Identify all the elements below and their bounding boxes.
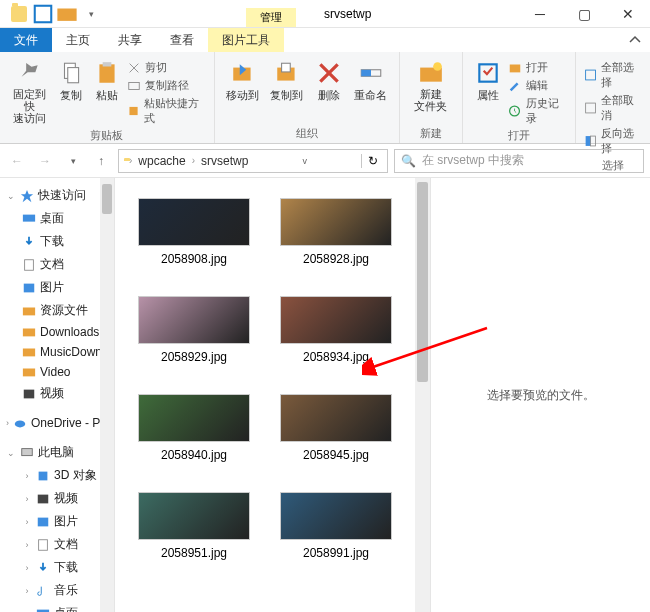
breadcrumb-item[interactable]: wpcache <box>138 154 185 168</box>
nav-music-downloads[interactable]: MusicDownloads <box>0 342 114 362</box>
back-button[interactable]: ← <box>6 150 28 172</box>
file-item[interactable]: 2058945.jpg <box>271 394 401 462</box>
nav-pictures2[interactable]: ›图片 <box>0 510 114 533</box>
paste-button[interactable]: 粘贴 <box>91 56 123 103</box>
up-button[interactable]: ↑ <box>90 150 112 172</box>
collapse-ribbon-button[interactable] <box>620 28 650 52</box>
file-item[interactable]: 2058951.jpg <box>129 492 259 560</box>
new-folder-icon[interactable] <box>56 3 78 25</box>
tab-home[interactable]: 主页 <box>52 28 104 52</box>
svg-rect-0 <box>35 5 52 22</box>
nav-documents2[interactable]: ›文档 <box>0 533 114 556</box>
qat-dropdown-icon[interactable]: ▾ <box>80 3 102 25</box>
rename-button[interactable]: 重命名 <box>351 56 391 103</box>
tab-file[interactable]: 文件 <box>0 28 52 52</box>
move-to-button[interactable]: 移动到 <box>223 56 263 103</box>
thumbnail-image <box>280 296 392 344</box>
chevron-right-icon[interactable]: › <box>129 155 132 166</box>
nav-quick-access[interactable]: ⌄快速访问 <box>0 184 114 207</box>
file-item[interactable]: 2058928.jpg <box>271 198 401 266</box>
tab-picture-tools[interactable]: 图片工具 <box>208 28 284 52</box>
svg-rect-6 <box>129 82 140 89</box>
nav-music[interactable]: ›音乐 <box>0 579 114 602</box>
file-item[interactable]: 2058929.jpg <box>129 296 259 364</box>
svg-rect-18 <box>585 70 595 80</box>
nav-video-cn[interactable]: 视频 <box>0 382 114 405</box>
svg-rect-33 <box>39 471 48 480</box>
tab-share[interactable]: 共享 <box>104 28 156 52</box>
items-scrollbar[interactable] <box>415 178 430 612</box>
address-dropdown-button[interactable]: v <box>294 156 316 166</box>
nav-this-pc[interactable]: ⌄此电脑 <box>0 441 114 464</box>
recent-locations-button[interactable]: ▾ <box>62 150 84 172</box>
nav-desktop[interactable]: 桌面 <box>0 207 114 230</box>
nav-pictures[interactable]: 图片 <box>0 276 114 299</box>
navbar: ← → ▾ ↑ › wpcache › srvsetwp v ↻ 🔍 在 srv… <box>0 144 650 178</box>
items-view[interactable]: 2058908.jpg2058928.jpg2058929.jpg2058934… <box>115 178 415 612</box>
new-folder-button[interactable]: 新建 文件夹 <box>408 56 454 112</box>
copy-button[interactable]: 复制 <box>55 56 87 103</box>
maximize-button[interactable]: ▢ <box>562 0 606 27</box>
breadcrumb-item[interactable]: srvsetwp <box>201 154 248 168</box>
nav-downloads2[interactable]: ›下载 <box>0 556 114 579</box>
file-item[interactable]: 2058908.jpg <box>129 198 259 266</box>
minimize-button[interactable]: ─ <box>518 0 562 27</box>
pin-to-quick-access-button[interactable]: 固定到快 速访问 <box>8 56 51 124</box>
nav-3d-objects[interactable]: ›3D 对象 <box>0 464 114 487</box>
file-name: 2058928.jpg <box>303 252 369 266</box>
history-button[interactable]: 历史记录 <box>508 96 566 126</box>
paste-shortcut-button[interactable]: 粘贴快捷方式 <box>127 96 206 126</box>
search-box[interactable]: 🔍 在 srvsetwp 中搜索 <box>394 149 644 173</box>
cut-button[interactable]: 剪切 <box>127 60 206 75</box>
nav-documents[interactable]: 文档 <box>0 253 114 276</box>
svg-rect-3 <box>68 68 79 83</box>
svg-rect-30 <box>24 389 35 398</box>
nav-downloads[interactable]: 下载 <box>0 230 114 253</box>
nav-resource[interactable]: 资源文件 <box>0 299 114 322</box>
ribbon-group-new: 新建 文件夹 新建 <box>400 52 463 143</box>
address-bar[interactable]: › wpcache › srvsetwp v ↻ <box>118 149 388 173</box>
open-button[interactable]: 打开 <box>508 60 566 75</box>
navpane-scrollbar[interactable] <box>100 178 114 612</box>
file-name: 2058908.jpg <box>161 252 227 266</box>
copy-to-button[interactable]: 复制到 <box>267 56 307 103</box>
group-open-label: 打开 <box>471 126 567 143</box>
search-icon: 🔍 <box>401 154 416 168</box>
folder-icon <box>8 3 30 25</box>
chevron-right-icon[interactable]: › <box>192 155 195 166</box>
svg-rect-21 <box>590 136 595 146</box>
file-name: 2058940.jpg <box>161 448 227 462</box>
properties-icon[interactable] <box>32 3 54 25</box>
file-item[interactable]: 2058940.jpg <box>129 394 259 462</box>
file-item[interactable]: 2058991.jpg <box>271 492 401 560</box>
edit-button[interactable]: 编辑 <box>508 78 566 93</box>
svg-rect-26 <box>23 307 35 315</box>
svg-rect-24 <box>25 259 34 270</box>
svg-rect-4 <box>99 64 114 82</box>
preview-pane: 选择要预览的文件。 <box>430 178 650 612</box>
delete-button[interactable]: 删除 <box>311 56 347 103</box>
forward-button[interactable]: → <box>34 150 56 172</box>
svg-rect-34 <box>38 494 49 503</box>
svg-rect-19 <box>585 103 595 113</box>
contextual-tab-label: 管理 <box>246 8 296 27</box>
nav-onedrive[interactable]: ›OneDrive - Personal <box>0 413 114 433</box>
nav-desktop2[interactable]: ›桌面 <box>0 602 114 612</box>
close-button[interactable]: ✕ <box>606 0 650 27</box>
nav-downloads-en[interactable]: Downloads <box>0 322 114 342</box>
tab-view[interactable]: 查看 <box>156 28 208 52</box>
refresh-button[interactable]: ↻ <box>361 154 383 168</box>
file-name: 2058945.jpg <box>303 448 369 462</box>
copy-path-button[interactable]: 复制路径 <box>127 78 206 93</box>
select-none-button[interactable]: 全部取消 <box>584 93 642 123</box>
nav-video-en[interactable]: Video <box>0 362 114 382</box>
search-placeholder: 在 srvsetwp 中搜索 <box>422 152 524 169</box>
select-all-button[interactable]: 全部选择 <box>584 60 642 90</box>
nav-video2[interactable]: ›视频 <box>0 487 114 510</box>
properties-button[interactable]: 属性 <box>471 56 505 103</box>
file-item[interactable]: 2058934.jpg <box>271 296 401 364</box>
thumbnail-image <box>138 394 250 442</box>
svg-rect-35 <box>38 517 49 526</box>
svg-point-14 <box>433 62 442 71</box>
ribbon-group-open: 属性 打开 编辑 历史记录 打开 <box>463 52 576 143</box>
